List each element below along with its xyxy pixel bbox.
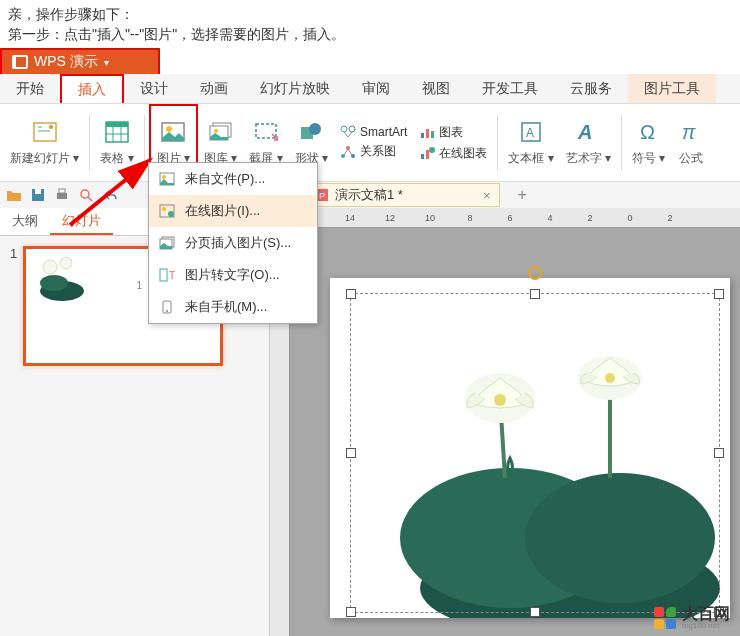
dd-online[interactable]: 在线图片(I)... bbox=[149, 195, 317, 227]
svg-text:A: A bbox=[526, 126, 534, 140]
resize-handle-bm[interactable] bbox=[530, 607, 540, 617]
smartart-icon bbox=[340, 125, 356, 139]
svg-rect-25 bbox=[426, 129, 429, 138]
quick-access-toolbar: P 演示文稿1 * × + bbox=[0, 182, 740, 208]
ribbon-table[interactable]: 表格 ▾ bbox=[94, 104, 139, 181]
svg-point-18 bbox=[349, 126, 355, 132]
screenshot-icon bbox=[252, 118, 280, 146]
menu-picture-tools[interactable]: 图片工具 bbox=[628, 74, 716, 103]
dd-from-file-label: 来自文件(P)... bbox=[185, 170, 265, 188]
resize-handle-ml[interactable] bbox=[346, 448, 356, 458]
menu-slideshow[interactable]: 幻灯片放映 bbox=[244, 74, 346, 103]
tab-outline[interactable]: 大纲 bbox=[0, 208, 50, 235]
ribbon-wordart-label: 艺术字 ▾ bbox=[566, 150, 611, 167]
resize-handle-bl[interactable] bbox=[346, 607, 356, 617]
save-icon[interactable] bbox=[30, 187, 46, 203]
phone-icon bbox=[159, 299, 175, 315]
ribbon-chart-group2: 图表 在线图表 bbox=[413, 120, 493, 166]
print-preview-icon[interactable] bbox=[78, 187, 94, 203]
menu-bar: 开始 插入 设计 动画 幻灯片放映 审阅 视图 开发工具 云服务 图片工具 bbox=[0, 74, 740, 104]
online-pic-icon bbox=[159, 203, 175, 219]
dd-from-phone[interactable]: 来自手机(M)... bbox=[149, 291, 317, 323]
image-selection[interactable] bbox=[350, 293, 720, 613]
svg-point-17 bbox=[341, 126, 347, 132]
watermark: 大百网 big100.net bbox=[654, 606, 730, 630]
dd-paged[interactable]: 分页插入图片(S)... bbox=[149, 227, 317, 259]
ribbon-smartart[interactable]: SmartArt bbox=[340, 125, 407, 139]
resize-handle-tr[interactable] bbox=[714, 289, 724, 299]
shape-icon bbox=[297, 118, 325, 146]
slide-canvas[interactable]: 16141210864202 bbox=[270, 208, 740, 636]
wordart-icon: A bbox=[574, 118, 602, 146]
ribbon: 新建幻灯片 ▾ 表格 ▾ 图片 ▾ 图库 ▾ 截屏 ▾ 形状 ▾ SmartAr… bbox=[0, 104, 740, 182]
svg-rect-36 bbox=[35, 189, 41, 194]
ribbon-symbol[interactable]: Ω 符号 ▾ bbox=[626, 104, 671, 181]
menu-view[interactable]: 视图 bbox=[406, 74, 466, 103]
svg-point-46 bbox=[162, 207, 166, 211]
watermark-logo-icon bbox=[654, 607, 676, 629]
svg-rect-0 bbox=[34, 123, 56, 141]
table-icon bbox=[103, 118, 131, 146]
svg-line-22 bbox=[344, 149, 348, 155]
menu-animation[interactable]: 动画 bbox=[184, 74, 244, 103]
new-tab-button[interactable]: + bbox=[518, 186, 527, 204]
menu-dev[interactable]: 开发工具 bbox=[466, 74, 554, 103]
tab-slides[interactable]: 幻灯片 bbox=[50, 208, 113, 235]
dd-from-file[interactable]: 来自文件(P)... bbox=[149, 163, 317, 195]
instruction-line2: 第一步：点击"插入"--"图片"，选择需要的图片，插入。 bbox=[8, 24, 732, 44]
watermark-url: big100.net bbox=[682, 622, 730, 630]
ribbon-separator bbox=[89, 115, 90, 171]
undo-icon[interactable] bbox=[102, 187, 118, 203]
dd-to-text[interactable]: T 图片转文字(O)... bbox=[149, 259, 317, 291]
formula-icon: π bbox=[677, 118, 705, 146]
horizontal-ruler: 16141210864202 bbox=[290, 208, 740, 228]
ribbon-relation[interactable]: 关系图 bbox=[340, 143, 407, 160]
ribbon-new-slide[interactable]: 新建幻灯片 ▾ bbox=[4, 104, 85, 181]
menu-design[interactable]: 设计 bbox=[124, 74, 184, 103]
ribbon-symbol-label: 符号 ▾ bbox=[632, 150, 665, 167]
svg-point-56 bbox=[40, 275, 68, 291]
ribbon-wordart[interactable]: A 艺术字 ▾ bbox=[560, 104, 617, 181]
symbol-icon: Ω bbox=[635, 118, 663, 146]
ribbon-textbox[interactable]: A 文本框 ▾ bbox=[502, 104, 559, 181]
instruction-line1: 亲，操作步骤如下： bbox=[8, 4, 732, 24]
resize-handle-tl[interactable] bbox=[346, 289, 356, 299]
title-caret-icon: ▾ bbox=[104, 57, 109, 68]
app-title-bar[interactable]: WPS 演示 ▾ bbox=[0, 48, 160, 74]
menu-insert[interactable]: 插入 bbox=[60, 74, 124, 103]
ribbon-online-chart[interactable]: 在线图表 bbox=[419, 145, 487, 162]
menu-review[interactable]: 审阅 bbox=[346, 74, 406, 103]
ribbon-formula-label: 公式 bbox=[679, 150, 703, 167]
to-text-icon: T bbox=[159, 267, 175, 283]
ribbon-formula[interactable]: π 公式 bbox=[671, 104, 711, 181]
svg-rect-37 bbox=[57, 193, 67, 199]
ribbon-chart[interactable]: 图表 bbox=[419, 124, 487, 141]
menu-cloud[interactable]: 云服务 bbox=[554, 74, 628, 103]
gallery-icon bbox=[207, 118, 235, 146]
resize-handle-tm[interactable] bbox=[530, 289, 540, 299]
menu-start[interactable]: 开始 bbox=[0, 74, 60, 103]
svg-rect-28 bbox=[426, 150, 429, 159]
svg-point-47 bbox=[168, 211, 174, 217]
svg-line-40 bbox=[88, 197, 92, 201]
resize-handle-mr[interactable] bbox=[714, 448, 724, 458]
document-name: 演示文稿1 * bbox=[335, 186, 403, 204]
svg-point-53 bbox=[166, 310, 168, 312]
ribbon-new-slide-label: 新建幻灯片 ▾ bbox=[10, 150, 79, 167]
svg-rect-38 bbox=[59, 189, 65, 193]
close-tab-icon[interactable]: × bbox=[483, 188, 491, 203]
watermark-title: 大百网 bbox=[682, 606, 730, 622]
svg-point-57 bbox=[43, 260, 57, 274]
picture-icon bbox=[159, 118, 187, 146]
main-area: 大纲 幻灯片 1 1 16141210864202 bbox=[0, 208, 740, 636]
dd-from-phone-label: 来自手机(M)... bbox=[185, 298, 267, 316]
print-icon[interactable] bbox=[54, 187, 70, 203]
svg-point-29 bbox=[429, 147, 435, 153]
ribbon-chart-group: SmartArt 关系图 bbox=[334, 121, 413, 164]
online-chart-icon bbox=[419, 146, 435, 160]
rotation-handle[interactable] bbox=[528, 266, 542, 280]
document-tab[interactable]: P 演示文稿1 * × bbox=[306, 183, 500, 207]
open-icon[interactable] bbox=[6, 187, 22, 203]
relation-icon bbox=[340, 145, 356, 159]
svg-text:π: π bbox=[682, 121, 696, 143]
